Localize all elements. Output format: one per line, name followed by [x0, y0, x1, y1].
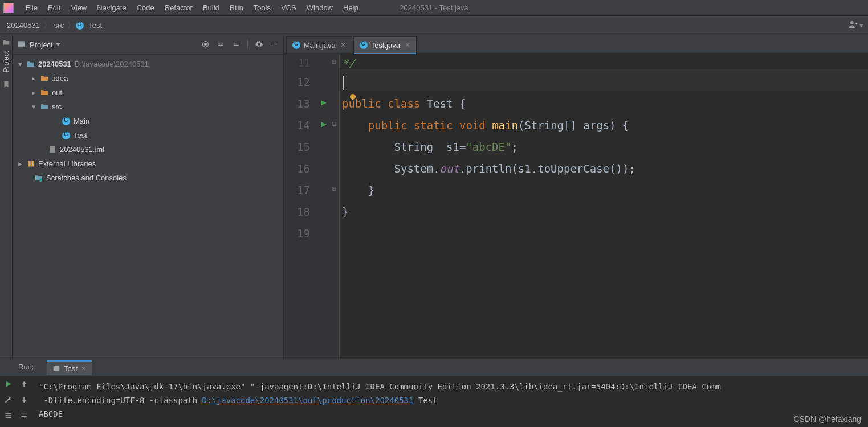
java-class-icon	[292, 41, 300, 49]
chevron-right-icon: 〉	[42, 20, 52, 31]
breadcrumb-bar: 20240531 〉 src 〉 Test ▾	[0, 16, 868, 35]
svg-rect-2	[18, 41, 25, 42]
menu-window[interactable]: Window	[301, 0, 338, 16]
caret	[343, 76, 344, 90]
output-link[interactable]: D:\javacode\20240531\out\production\2024…	[202, 396, 414, 405]
tree-external-libraries[interactable]: External Libraries	[13, 157, 283, 171]
rerun-icon[interactable]	[4, 380, 13, 390]
editor-tabs: Main.java ✕ Test.java ✕	[284, 35, 868, 54]
tool-tab-project[interactable]: Project	[2, 47, 10, 77]
collapse-all-icon[interactable]	[232, 40, 241, 50]
select-opened-icon[interactable]	[201, 40, 210, 50]
tree-out[interactable]: out	[13, 85, 283, 100]
workarea: Project Project 20240531 D:\j	[0, 35, 868, 359]
run-toolbar-2	[16, 376, 32, 427]
tree-src[interactable]: src	[13, 100, 283, 114]
svg-rect-10	[54, 366, 60, 371]
svg-rect-13	[5, 417, 11, 418]
java-class-icon	[76, 22, 84, 30]
run-header: Run: Test ✕	[0, 359, 868, 376]
project-panel-header: Project	[13, 35, 283, 55]
menu-edit[interactable]: Edit	[43, 0, 66, 16]
menu-help[interactable]: Help	[338, 0, 364, 16]
chevron-right-icon: 〉	[66, 20, 76, 31]
crumb-src[interactable]: src	[52, 21, 66, 30]
editor-tab-main[interactable]: Main.java ✕	[286, 36, 352, 53]
tree-root-label: 20240531	[38, 60, 71, 68]
tree-iml[interactable]: 20240531.iml	[13, 142, 283, 157]
menu-refactor[interactable]: Refactor	[160, 0, 198, 16]
close-icon[interactable]: ✕	[81, 365, 86, 372]
svg-point-9	[39, 178, 42, 181]
tree-root-path: D:\javacode\20240531	[75, 60, 149, 68]
watermark: CSDN @hefaxiang	[794, 414, 862, 424]
folder-icon	[2, 39, 10, 47]
run-gutter: ▶ ▶	[318, 54, 329, 359]
menu-file[interactable]: File	[21, 0, 43, 16]
panel-title[interactable]: Project	[30, 40, 52, 49]
run-tab[interactable]: Test ✕	[47, 360, 92, 375]
menu-tools[interactable]: Tools	[248, 0, 276, 16]
stack-icon[interactable]	[4, 412, 13, 422]
tree-main[interactable]: Main	[13, 114, 283, 128]
tree-root[interactable]: 20240531 D:\javacode\20240531	[13, 57, 283, 71]
menu-navigate[interactable]: Navigate	[92, 0, 131, 16]
svg-rect-12	[5, 415, 11, 416]
divider	[247, 40, 248, 49]
menu-build[interactable]: Build	[198, 0, 225, 16]
warning-icon[interactable]	[350, 94, 356, 100]
line-numbers: 11 1213141516171819	[284, 54, 318, 359]
run-toolbar-left	[0, 376, 16, 427]
close-icon[interactable]: ✕	[405, 41, 410, 49]
bookmark-icon[interactable]	[2, 80, 10, 88]
tool-window-bar: Project	[0, 35, 13, 359]
svg-point-4	[205, 43, 207, 45]
down-arrow-icon[interactable]	[20, 396, 28, 406]
code-editor[interactable]: 11 1213141516171819 ▶ ▶ ⊟ ⊟ ⊟	[284, 54, 868, 359]
close-icon[interactable]: ✕	[340, 41, 346, 49]
crumb-file[interactable]: Test	[86, 21, 104, 30]
svg-rect-7	[30, 161, 32, 167]
hide-icon[interactable]	[270, 40, 279, 50]
svg-point-0	[850, 21, 854, 24]
svg-rect-5	[50, 146, 55, 153]
run-output[interactable]: "C:\Program Files\Java\jdk-17\bin\java.e…	[32, 376, 868, 427]
tree-test[interactable]: Test	[13, 128, 283, 142]
soft-wrap-icon[interactable]	[20, 412, 28, 422]
up-arrow-icon[interactable]	[20, 380, 28, 390]
run-method-icon[interactable]: ▶	[318, 113, 329, 134]
expand-all-icon[interactable]	[217, 40, 225, 50]
gear-icon[interactable]	[255, 40, 263, 50]
code-text[interactable]: */ public class Test { public static voi…	[340, 54, 868, 359]
menu-view[interactable]: View	[66, 0, 92, 16]
svg-rect-6	[28, 161, 30, 167]
window-title: 20240531 - Test.java	[400, 0, 468, 16]
run-label: Run:	[18, 363, 34, 371]
menu-run[interactable]: Run	[225, 0, 248, 16]
tree-idea[interactable]: .idea	[13, 71, 283, 85]
tree-scratches[interactable]: Scratches and Consoles	[13, 171, 283, 185]
app-icon	[3, 3, 14, 13]
editor-tab-test[interactable]: Test.java ✕	[353, 36, 417, 53]
svg-rect-8	[32, 161, 34, 167]
menu-bar: File Edit View Navigate Code Refactor Bu…	[0, 0, 868, 16]
menu-vcs[interactable]: VCS	[276, 0, 301, 16]
panel-icon	[17, 39, 26, 50]
svg-rect-11	[5, 413, 11, 414]
project-panel: Project 20240531 D:\javacode\20240531	[13, 35, 284, 359]
wrench-icon[interactable]	[4, 396, 13, 406]
user-icon[interactable]	[848, 19, 858, 31]
run-tool-window: Run: Test ✕ "C:\Program Files\Java\jdk-1…	[0, 359, 868, 427]
dropdown-icon[interactable]	[56, 43, 60, 46]
project-tree[interactable]: 20240531 D:\javacode\20240531 .idea out …	[13, 55, 283, 187]
fold-gutter: ⊟ ⊟ ⊟	[329, 54, 340, 359]
menu-code[interactable]: Code	[132, 0, 160, 16]
crumb-project[interactable]: 20240531	[5, 21, 42, 30]
run-class-icon[interactable]: ▶	[318, 91, 329, 113]
java-class-icon	[360, 41, 368, 49]
editor-area: Main.java ✕ Test.java ✕ 11 1213141516171…	[284, 35, 868, 359]
